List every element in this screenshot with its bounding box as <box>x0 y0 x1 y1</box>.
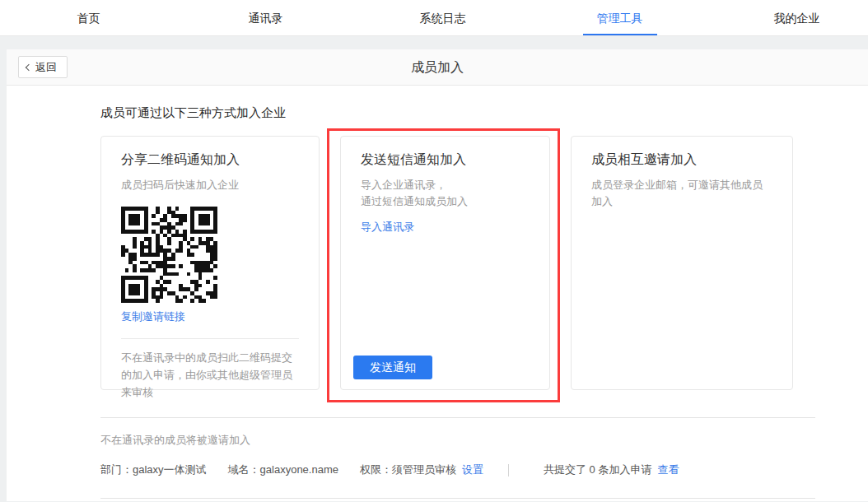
permission-label: 权限： <box>360 463 392 476</box>
card-note: 不在通讯录中的成员扫此二维码提交的加入申请，由你或其他超级管理员来审核 <box>121 349 299 401</box>
card-divider <box>121 338 299 339</box>
page-content: 成员可通过以下三种方式加入企业 分享二维码通知加入 成员扫码后快速加入企业 复制… <box>7 86 868 499</box>
card-title: 发送短信通知加入 <box>361 151 530 169</box>
card-description: 成员扫码后快速加入企业 <box>121 177 299 193</box>
card-description-line2: 通过短信通知成员加入 <box>361 193 530 210</box>
card-qr-code-join: 分享二维码通知加入 成员扫码后快速加入企业 复制邀请链接 不在通讯录中的成员扫此… <box>100 136 320 390</box>
card-title: 分享二维码通知加入 <box>121 151 299 169</box>
card-sms-join: 发送短信通知加入 导入企业通讯录， 通过短信通知成员加入 导入通讯录 发送通知 <box>340 136 550 390</box>
view-applications-link[interactable]: 查看 <box>657 463 679 476</box>
department-value: galaxy一体测试 <box>133 463 207 476</box>
nav-item-my-enterprise[interactable]: 我的企业 <box>708 0 868 36</box>
applications-prefix: 共提交了 <box>544 463 586 476</box>
card-description: 成员登录企业邮箱，可邀请其他成员加入 <box>591 177 772 210</box>
nav-item-label: 通讯录 <box>249 12 283 25</box>
top-nav-items: 首页 通讯录 系统日志 管理工具 我的企业 <box>0 0 868 36</box>
nav-item-label: 系统日志 <box>420 12 466 25</box>
copy-invite-link[interactable]: 复制邀请链接 <box>121 309 185 324</box>
nav-item-admin-tools[interactable]: 管理工具 <box>531 0 708 36</box>
nav-item-label: 我的企业 <box>774 12 820 25</box>
nav-item-label: 首页 <box>77 12 100 25</box>
applications-suffix: 条加入申请 <box>598 463 651 476</box>
bottom-divider <box>100 498 815 499</box>
section-divider <box>100 417 815 418</box>
applications-info: 共提交了 0 条加入申请查看 <box>544 462 679 477</box>
footer-info-row: 部门：galaxy一体测试 域名：galaxyone.name 权限：须管理员审… <box>100 462 815 477</box>
card-description-line1: 导入企业通讯录， <box>361 177 530 193</box>
nav-item-label: 管理工具 <box>597 12 643 25</box>
applications-count: 0 <box>590 463 595 476</box>
qr-code <box>121 207 217 303</box>
import-contacts-link[interactable]: 导入通讯录 <box>361 220 414 235</box>
join-method-cards: 分享二维码通知加入 成员扫码后快速加入企业 复制邀请链接 不在通讯录中的成员扫此… <box>100 136 815 390</box>
domain-info: 域名：galaxyone.name <box>228 462 338 477</box>
card-mutual-invite-join: 成员相互邀请加入 成员登录企业邮箱，可邀请其他成员加入 <box>571 136 793 390</box>
domain-value: galaxyone.name <box>260 463 338 476</box>
send-notification-button[interactable]: 发送通知 <box>353 356 432 379</box>
domain-label: 域名： <box>228 463 260 476</box>
page-title: 成员加入 <box>7 49 868 86</box>
page-header: 返回 成员加入 <box>7 49 868 86</box>
card-description: 导入企业通讯录， 通过短信通知成员加入 <box>361 177 530 210</box>
vertical-separator <box>508 464 509 476</box>
department-label: 部门： <box>100 463 133 476</box>
footer-note: 不在通讯录的成员将被邀请加入 <box>100 433 815 448</box>
permission-info: 权限：须管理员审核设置 <box>360 462 483 477</box>
active-tab-underline <box>583 34 657 36</box>
nav-item-system-log[interactable]: 系统日志 <box>354 0 531 36</box>
nav-item-home[interactable]: 首页 <box>0 0 177 36</box>
card-title: 成员相互邀请加入 <box>591 151 772 169</box>
section-heading: 成员可通过以下三种方式加入企业 <box>100 105 815 121</box>
top-nav: 首页 通讯录 系统日志 管理工具 我的企业 <box>0 0 868 36</box>
department-info: 部门：galaxy一体测试 <box>100 462 207 477</box>
nav-item-contacts[interactable]: 通讯录 <box>177 0 354 36</box>
card-sms-join-wrapper: 发送短信通知加入 导入企业通讯录， 通过短信通知成员加入 导入通讯录 发送通知 <box>340 136 550 390</box>
permission-settings-link[interactable]: 设置 <box>462 463 483 476</box>
main-panel: 返回 成员加入 成员可通过以下三种方式加入企业 分享二维码通知加入 成员扫码后快… <box>7 49 868 501</box>
permission-value: 须管理员审核 <box>392 463 456 476</box>
